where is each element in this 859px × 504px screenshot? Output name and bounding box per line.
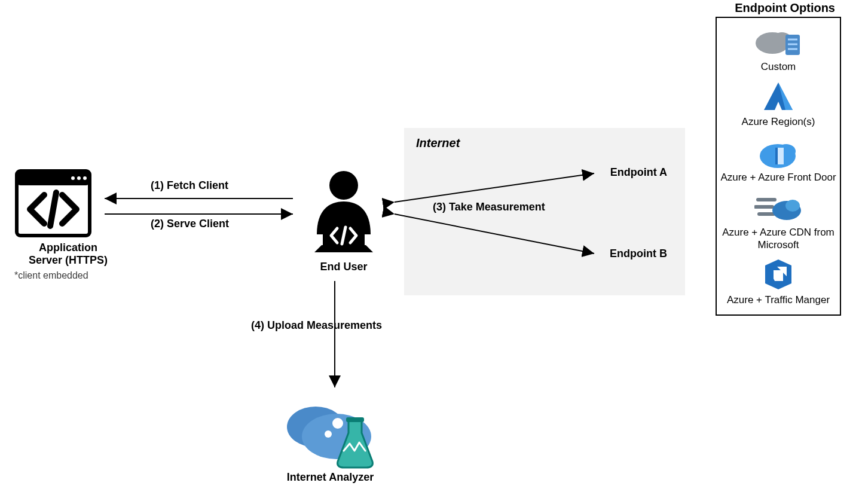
svg-line-16 — [395, 173, 594, 202]
svg-line-17 — [395, 214, 594, 253]
option-azure-region: Azure Region(s) — [719, 79, 837, 128]
option-azure-region-label: Azure Region(s) — [719, 116, 837, 128]
option-traffic-manager: Azure + Traffic Manger — [719, 257, 837, 306]
endpoint-options-panel: Custom Azure Region(s) Azure + Azure Fro… — [716, 17, 841, 316]
option-front-door: Azure + Azure Front Door — [719, 135, 837, 184]
azure-a-icon — [760, 80, 796, 112]
option-custom-label: Custom — [719, 61, 837, 73]
cloud-server-icon — [754, 25, 802, 57]
option-traffic-manager-label: Azure + Traffic Manger — [719, 294, 837, 306]
svg-point-33 — [785, 200, 800, 212]
azure-cdn-icon — [754, 190, 802, 224]
endpoint-options-heading: Endpoint Options — [735, 1, 835, 15]
front-door-icon — [757, 135, 799, 169]
svg-rect-28 — [778, 148, 784, 164]
option-azure-cdn-label: Azure + Azure CDN from Microsoft — [719, 227, 837, 251]
option-front-door-label: Azure + Azure Front Door — [719, 172, 837, 184]
option-custom: Custom — [719, 24, 837, 73]
option-azure-cdn: Azure + Azure CDN from Microsoft — [719, 190, 837, 251]
traffic-manager-icon — [760, 257, 796, 292]
